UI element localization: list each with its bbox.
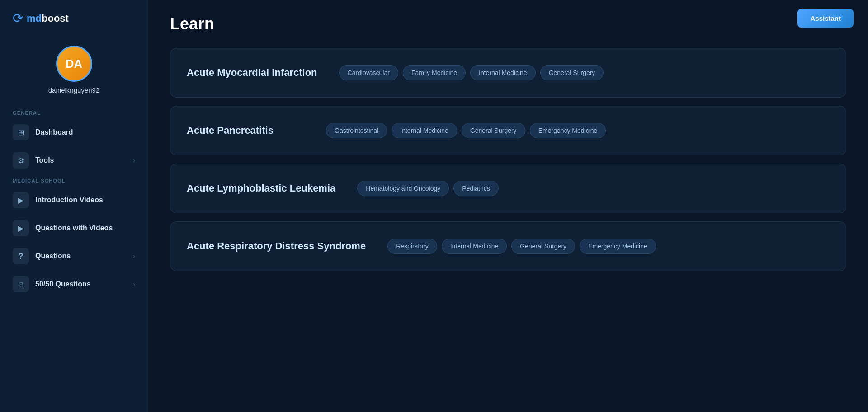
- general-section-label: GENERAL: [0, 107, 148, 118]
- tag[interactable]: Internal Medicine: [470, 65, 536, 80]
- topic-name: Acute Myocardial Infarction: [187, 66, 317, 80]
- sidebar-item-questions-videos[interactable]: ▶ Questions with Videos: [0, 214, 148, 242]
- avatar[interactable]: DA: [56, 46, 92, 82]
- avatar-initials: DA: [66, 57, 83, 71]
- chevron-right-50-icon: ›: [133, 281, 135, 288]
- sidebar-item-questions[interactable]: ? Questions ›: [0, 242, 148, 270]
- sidebar-item-tools[interactable]: ⚙ Tools ›: [0, 146, 148, 174]
- tag[interactable]: Internal Medicine: [392, 123, 457, 138]
- sidebar: ⟳ mdboost DA danielknguyen92 GENERAL ⊞ D…: [0, 0, 148, 412]
- topic-tags: CardiovascularFamily MedicineInternal Me…: [339, 65, 830, 80]
- questions-icon: ?: [13, 248, 29, 264]
- dashboard-icon: ⊞: [13, 124, 29, 140]
- sidebar-label-intro-videos: Introduction Videos: [35, 196, 135, 204]
- sidebar-item-dashboard[interactable]: ⊞ Dashboard: [0, 118, 148, 146]
- topic-card-ards[interactable]: Acute Respiratory Distress SyndromeRespi…: [170, 221, 846, 271]
- tag[interactable]: Gastrointestinal: [326, 123, 387, 138]
- tag[interactable]: General Surgery: [540, 65, 604, 80]
- tag[interactable]: Cardiovascular: [339, 65, 398, 80]
- sidebar-label-questions: Questions: [35, 252, 127, 260]
- sidebar-item-intro-videos[interactable]: ▶ Introduction Videos: [0, 186, 148, 214]
- username: danielknguyen92: [48, 86, 99, 94]
- tools-icon: ⚙: [13, 152, 29, 169]
- topic-tags: RespiratoryInternal MedicineGeneral Surg…: [387, 239, 830, 254]
- sidebar-label-dashboard: Dashboard: [35, 128, 135, 136]
- chevron-right-icon: ›: [133, 157, 135, 164]
- questions-videos-icon: ▶: [13, 220, 29, 236]
- tag[interactable]: Hematology and Oncology: [357, 181, 449, 196]
- tag[interactable]: General Surgery: [511, 239, 575, 254]
- intro-videos-icon: ▶: [13, 192, 29, 208]
- sidebar-label-50-50: 50/50 Questions: [35, 280, 127, 288]
- tag[interactable]: Emergency Medicine: [580, 239, 656, 254]
- topics-container: Acute Myocardial InfarctionCardiovascula…: [170, 48, 846, 271]
- topic-card-all[interactable]: Acute Lymphoblastic LeukemiaHematology a…: [170, 164, 846, 213]
- avatar-area: DA danielknguyen92: [0, 38, 148, 107]
- tag[interactable]: Internal Medicine: [442, 239, 507, 254]
- logo-icon: ⟳: [13, 11, 23, 26]
- topic-name: Acute Respiratory Distress Syndrome: [187, 239, 366, 253]
- assistant-button[interactable]: Assistant: [797, 9, 854, 28]
- sidebar-label-tools: Tools: [35, 156, 127, 164]
- fifty-fifty-icon: ⊡: [13, 276, 29, 292]
- tag[interactable]: Pediatrics: [453, 181, 498, 196]
- topic-tags: GastrointestinalInternal MedicineGeneral…: [326, 123, 830, 138]
- topic-name: Acute Lymphoblastic Leukemia: [187, 182, 335, 195]
- tag[interactable]: General Surgery: [462, 123, 525, 138]
- topic-tags: Hematology and OncologyPediatrics: [357, 181, 830, 196]
- page-title: Learn: [170, 14, 846, 33]
- tag[interactable]: Emergency Medicine: [530, 123, 606, 138]
- chevron-right-questions-icon: ›: [133, 253, 135, 260]
- logo-area: ⟳ mdboost: [0, 11, 148, 38]
- medical-school-section-label: MEDICAL SCHOOL: [0, 174, 148, 186]
- sidebar-item-50-50[interactable]: ⊡ 50/50 Questions ›: [0, 270, 148, 298]
- tag[interactable]: Respiratory: [387, 239, 437, 254]
- topic-name: Acute Pancreatitis: [187, 124, 304, 137]
- sidebar-label-questions-videos: Questions with Videos: [35, 224, 135, 232]
- logo-text: mdboost: [27, 13, 69, 24]
- tag[interactable]: Family Medicine: [403, 65, 466, 80]
- main-content: Learn Acute Myocardial InfarctionCardiov…: [148, 0, 868, 412]
- topic-card-pancreatitis[interactable]: Acute PancreatitisGastrointestinalIntern…: [170, 106, 846, 155]
- topic-card-ami[interactable]: Acute Myocardial InfarctionCardiovascula…: [170, 48, 846, 98]
